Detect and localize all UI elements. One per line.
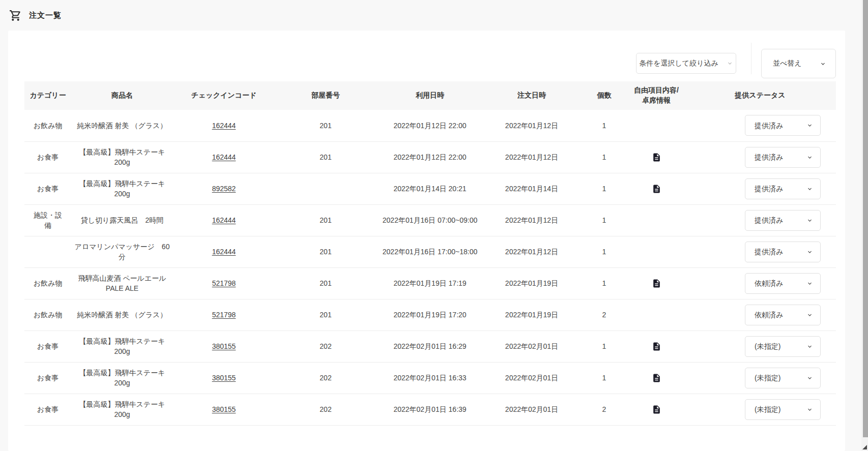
document-icon[interactable]: [652, 405, 661, 414]
cell-category: 施設・設備: [24, 204, 71, 236]
checkin-code-link[interactable]: 380155: [212, 374, 236, 382]
cell-quantity: 2: [580, 394, 628, 425]
cell-use-datetime: 2022年01月12日 22:00: [377, 141, 483, 173]
status-select-value: (未指定): [755, 341, 780, 351]
cell-quantity: 1: [580, 141, 628, 173]
checkin-code-link[interactable]: 162444: [212, 248, 236, 256]
filter-dropdown-label: 条件を選択して絞り込み: [639, 59, 718, 68]
status-select-value: 提供済み: [755, 152, 783, 162]
cell-status: (未指定): [684, 362, 836, 394]
status-select[interactable]: 依頼済み: [745, 273, 821, 294]
cell-status: 提供済み: [684, 141, 836, 173]
table-row: 施設・設備貸し切り露天風呂 2時間1624442012022年01月16日 07…: [24, 204, 836, 236]
status-select[interactable]: 提供済み: [745, 178, 821, 199]
cell-quantity: 2: [580, 299, 628, 330]
cell-category: お食事: [24, 362, 71, 394]
cell-room-number: 201: [275, 267, 377, 299]
cell-room-number: 201: [275, 204, 377, 236]
cell-checkin-code: 892582: [173, 173, 275, 204]
cell-product-name: 【最高級】飛騨牛ステーキ 200g: [71, 141, 173, 173]
status-select[interactable]: 提供済み: [745, 147, 821, 168]
cell-status: 提供済み: [684, 173, 836, 204]
table-controls: 条件を選択して絞り込み 並べ替え: [8, 31, 845, 81]
status-select[interactable]: 提供済み: [745, 210, 821, 231]
cell-order-datetime: 2022年01月12日: [483, 110, 580, 141]
page-title: 注文一覧: [29, 11, 62, 20]
cell-category: お食事: [24, 330, 71, 362]
cell-room-number: 201: [275, 141, 377, 173]
checkin-code-link[interactable]: 162444: [212, 122, 236, 130]
cell-room-number: 202: [275, 362, 377, 394]
document-icon[interactable]: [652, 184, 661, 194]
filter-dropdown-button[interactable]: 条件を選択して絞り込み: [636, 53, 736, 74]
column-header: 自由項目内容/ 卓席情報: [628, 81, 684, 110]
status-select[interactable]: (未指定): [745, 399, 821, 420]
checkin-code-link[interactable]: 162444: [212, 216, 236, 224]
cell-free-item-note: [628, 267, 684, 299]
document-icon[interactable]: [652, 279, 661, 288]
cell-order-datetime: 2022年02月01日: [483, 362, 580, 394]
cell-use-datetime: 2022年02月01日 16:33: [377, 362, 483, 394]
checkin-code-link[interactable]: 521798: [212, 279, 236, 287]
cell-category: お食事: [24, 141, 71, 173]
status-select-value: 提供済み: [755, 215, 783, 225]
column-header: カテゴリー: [24, 81, 71, 110]
cell-product-name: 【最高級】飛騨牛ステーキ 200g: [71, 362, 173, 394]
cell-free-item-note: [628, 236, 684, 267]
table-header-row: カテゴリー商品名チェックインコード部屋番号利用日時注文日時個数自由項目内容/ 卓…: [24, 81, 836, 110]
document-icon[interactable]: [652, 373, 661, 383]
chevron-down-icon: [806, 406, 813, 413]
scrollbar-thumb[interactable]: [863, 0, 868, 437]
status-select[interactable]: 依頼済み: [745, 305, 821, 325]
cell-free-item-note: [628, 299, 684, 330]
chevron-down-icon: [806, 217, 813, 224]
checkin-code-link[interactable]: 380155: [212, 342, 236, 350]
vertical-scrollbar[interactable]: [861, 0, 868, 451]
cell-checkin-code: 162444: [173, 204, 275, 236]
page-header: 注文一覧: [0, 0, 868, 31]
status-select-value: 依頼済み: [755, 310, 783, 320]
status-select[interactable]: (未指定): [745, 368, 821, 388]
chevron-down-icon: [806, 343, 813, 350]
checkin-code-link[interactable]: 162444: [212, 153, 236, 161]
cell-quantity: 1: [580, 204, 628, 236]
chevron-down-icon: [820, 61, 826, 67]
table-row: お食事【最高級】飛騨牛ステーキ 200g3801552022022年02月01日…: [24, 362, 836, 394]
cell-quantity: 1: [580, 362, 628, 394]
cell-use-datetime: 2022年01月19日 17:19: [377, 267, 483, 299]
cell-status: 依頼済み: [684, 299, 836, 330]
checkin-code-link[interactable]: 380155: [212, 405, 236, 413]
status-select[interactable]: 提供済み: [745, 115, 821, 136]
cell-room-number: 202: [275, 330, 377, 362]
status-select[interactable]: 提供済み: [745, 242, 821, 262]
cell-room-number: [275, 173, 377, 204]
document-icon[interactable]: [652, 153, 661, 162]
checkin-code-link[interactable]: 892582: [212, 185, 236, 193]
column-header: 提供ステータス: [684, 81, 836, 110]
cell-use-datetime: 2022年01月14日 20:21: [377, 173, 483, 204]
cell-free-item-note: [628, 204, 684, 236]
status-select-value: (未指定): [755, 373, 780, 383]
checkin-code-link[interactable]: 521798: [212, 311, 236, 319]
table-row: お食事【最高級】飛騨牛ステーキ 200g8925822022年01月14日 20…: [24, 173, 836, 204]
table-row: お食事【最高級】飛騨牛ステーキ 200g3801552022022年02月01日…: [24, 394, 836, 425]
chevron-down-icon: [806, 280, 813, 287]
status-select-value: 提供済み: [755, 247, 783, 257]
cell-category: お食事: [24, 173, 71, 204]
cell-status: 提供済み: [684, 236, 836, 267]
cell-category: お食事: [24, 394, 71, 425]
document-icon[interactable]: [652, 342, 661, 351]
cell-checkin-code: 380155: [173, 362, 275, 394]
cell-category: [24, 236, 71, 267]
status-select[interactable]: (未指定): [745, 336, 821, 357]
chevron-down-icon: [806, 154, 813, 161]
divider: [751, 43, 751, 74]
chevron-down-icon: [806, 312, 813, 318]
sort-dropdown-button[interactable]: 並べ替え: [761, 49, 836, 78]
cell-free-item-note: [628, 362, 684, 394]
cell-product-name: 【最高級】飛騨牛ステーキ 200g: [71, 330, 173, 362]
cell-checkin-code: 380155: [173, 394, 275, 425]
cell-order-datetime: 2022年02月01日: [483, 330, 580, 362]
cell-quantity: 1: [580, 173, 628, 204]
chevron-down-icon: [727, 60, 733, 67]
